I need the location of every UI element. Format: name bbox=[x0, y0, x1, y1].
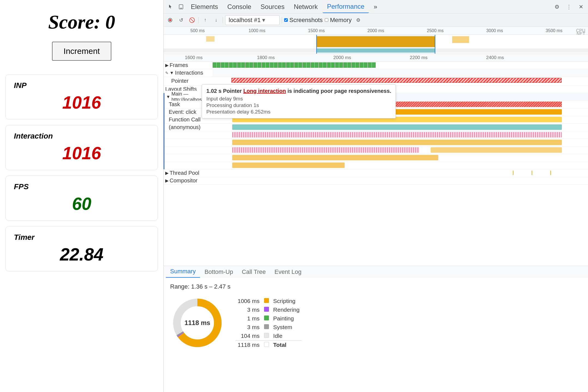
device-icon[interactable] bbox=[176, 2, 186, 12]
flamegraph-row-3-label bbox=[164, 150, 213, 151]
rendering-color-cell bbox=[262, 305, 271, 314]
total-color-swatch bbox=[264, 342, 269, 347]
interaction-value: 1016 bbox=[14, 143, 149, 163]
clear-button[interactable]: 🚫 bbox=[188, 16, 196, 24]
frame-block bbox=[217, 62, 220, 68]
frame-blocks bbox=[213, 62, 588, 69]
reload-button[interactable]: ↺ bbox=[177, 16, 185, 24]
tab-console[interactable]: Console bbox=[223, 1, 256, 13]
separator-3 bbox=[282, 17, 282, 23]
frames-label[interactable]: ▶ Frames bbox=[164, 62, 213, 69]
gold-bar-2[interactable] bbox=[232, 140, 562, 145]
thread-pool-row: ▶ Thread Pool bbox=[164, 169, 588, 177]
screenshots-checkbox[interactable] bbox=[284, 18, 288, 22]
timer-value: 22.84 bbox=[14, 244, 149, 265]
interaction-tooltip: 1.02 s Pointer Long interaction is indic… bbox=[202, 84, 396, 118]
pointer-label[interactable]: Pointer bbox=[164, 77, 213, 85]
devtools-content: 1600 ms 1800 ms 2000 ms 2200 ms 2400 ms … bbox=[164, 54, 588, 392]
gold-bar-3[interactable] bbox=[431, 147, 562, 153]
short-gold-bar[interactable] bbox=[232, 163, 345, 168]
frames-expand-icon[interactable]: ▶ bbox=[165, 63, 169, 68]
frame-block bbox=[311, 62, 314, 68]
total-ms: 1118 ms bbox=[235, 340, 262, 349]
task-label-text: Task bbox=[169, 101, 180, 108]
zoom-ruler: 1600 ms 1800 ms 2000 ms 2200 ms 2400 ms bbox=[164, 54, 588, 62]
pink-bar-3[interactable] bbox=[232, 147, 419, 153]
devtools-toolbar: ↺ 🚫 ↑ ↓ localhost #1 ▾ Screenshots Memor… bbox=[164, 14, 588, 27]
presentation-value: 6.252ms bbox=[251, 109, 271, 115]
frame-block bbox=[323, 62, 327, 68]
anonymous-bar[interactable] bbox=[232, 124, 562, 130]
processing-value: 1s bbox=[253, 102, 259, 108]
pink-row-1-label bbox=[164, 134, 213, 136]
summary-content: 1118 ms 1006 ms Scripting 3 ms Rendering bbox=[170, 296, 581, 350]
upload-button[interactable]: ↑ bbox=[201, 16, 210, 24]
tab-performance[interactable]: Performance bbox=[323, 1, 369, 13]
ruler-1000ms: 1000 ms bbox=[249, 28, 265, 33]
tab-bottom-up[interactable]: Bottom-Up bbox=[200, 266, 237, 278]
tab-network[interactable]: Network bbox=[289, 1, 322, 13]
pointer-bar[interactable] bbox=[231, 78, 562, 83]
settings-icon[interactable]: ⚙ bbox=[552, 2, 562, 12]
svg-rect-1 bbox=[180, 8, 182, 8]
url-dropdown-icon[interactable]: ▾ bbox=[262, 17, 265, 24]
frame-block bbox=[221, 62, 225, 68]
interactions-header-label[interactable]: ✎ ▼ Interactions bbox=[164, 69, 213, 76]
ruler-2000ms: 2000 ms bbox=[367, 28, 384, 33]
frame-block bbox=[331, 62, 335, 68]
gold-bar-4[interactable] bbox=[232, 155, 438, 160]
flamegraph-row-4-label bbox=[164, 157, 213, 158]
compositor-expand-icon[interactable]: ▶ bbox=[165, 178, 169, 183]
pink-row-1 bbox=[164, 131, 588, 139]
thread-pool-expand-icon[interactable]: ▶ bbox=[165, 170, 169, 176]
frame-block bbox=[274, 62, 278, 68]
screenshots-checkbox-label[interactable]: Screenshots bbox=[284, 17, 323, 24]
ruler-3000ms: 3000 ms bbox=[486, 28, 503, 33]
download-button[interactable]: ↓ bbox=[212, 16, 220, 24]
legend-row-painting: 1 ms Painting bbox=[235, 314, 302, 323]
frame-block bbox=[270, 62, 274, 68]
ruler-500ms: 500 ms bbox=[190, 28, 204, 33]
memory-checkbox[interactable] bbox=[325, 18, 328, 22]
selection-overlay bbox=[316, 35, 435, 54]
compositor-label[interactable]: ▶ Compositor bbox=[164, 177, 213, 184]
anonymous-content bbox=[213, 124, 588, 131]
pointer-label-text: Pointer bbox=[171, 78, 188, 84]
interactions-expand-icon[interactable]: ▼ bbox=[170, 71, 174, 75]
frame-block bbox=[241, 62, 245, 68]
devtools-panel: Elements Console Sources Network Perform… bbox=[163, 0, 588, 392]
frame-block bbox=[266, 62, 270, 68]
tab-elements[interactable]: Elements bbox=[186, 1, 222, 13]
frame-block bbox=[253, 62, 257, 68]
thread-pool-label[interactable]: ▶ Thread Pool bbox=[164, 169, 213, 177]
close-icon[interactable]: ✕ bbox=[576, 2, 586, 12]
url-bar[interactable]: localhost #1 ▾ bbox=[225, 15, 280, 25]
tooltip-link[interactable]: Long interaction bbox=[243, 88, 286, 94]
tab-more[interactable]: » bbox=[369, 1, 382, 13]
frame-block bbox=[372, 62, 376, 68]
zoom-1800ms: 1800 ms bbox=[257, 55, 275, 60]
memory-checkbox-label[interactable]: Memory bbox=[325, 17, 351, 24]
frame-block bbox=[368, 62, 372, 68]
frame-block bbox=[282, 62, 286, 68]
painting-color-swatch bbox=[264, 316, 269, 320]
tab-event-log[interactable]: Event Log bbox=[270, 266, 306, 278]
painting-ms: 1 ms bbox=[235, 314, 262, 323]
cursor-icon[interactable] bbox=[166, 2, 176, 12]
increment-button[interactable]: Increment bbox=[52, 42, 111, 61]
tab-sources[interactable]: Sources bbox=[256, 1, 289, 13]
toolbar-settings-icon[interactable]: ⚙ bbox=[354, 16, 363, 24]
tab-summary[interactable]: Summary bbox=[166, 266, 200, 278]
timer-label: Timer bbox=[14, 233, 149, 242]
range-text: Range: 1.36 s – 2.47 s bbox=[170, 283, 581, 290]
more-options-icon[interactable]: ⋮ bbox=[564, 2, 574, 12]
system-color-swatch bbox=[264, 324, 269, 329]
record-button[interactable] bbox=[166, 16, 174, 24]
tab-call-tree[interactable]: Call Tree bbox=[237, 266, 270, 278]
legend-row-system: 3 ms System bbox=[235, 323, 302, 332]
pink-bar-1[interactable] bbox=[232, 132, 562, 137]
processing-label: Processing duration bbox=[206, 102, 252, 108]
thread-pool-mark-3 bbox=[550, 171, 551, 175]
flamegraph-row-4 bbox=[164, 154, 588, 162]
main-expand-icon[interactable]: ▼ bbox=[166, 94, 170, 99]
